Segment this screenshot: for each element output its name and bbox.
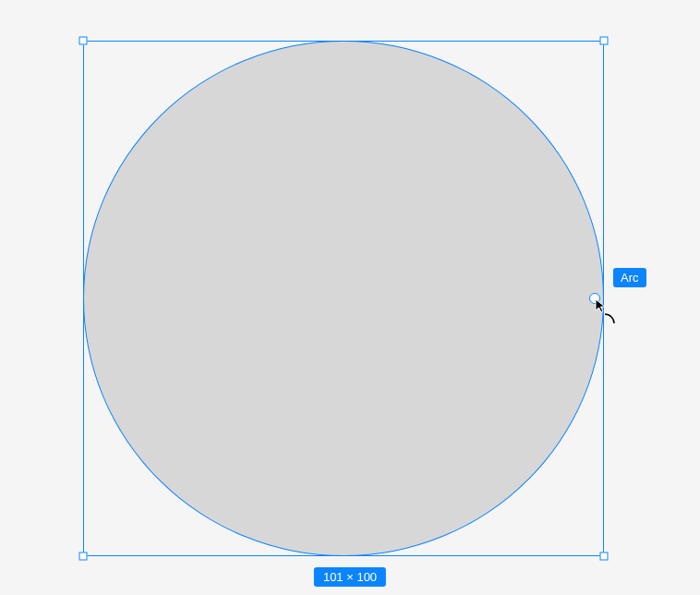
- arc-tooltip: Arc: [613, 268, 646, 287]
- resize-handle-bottom-right[interactable]: [600, 552, 609, 561]
- selection-bounding-box[interactable]: [83, 41, 604, 556]
- cursor-arc-badge-icon: [603, 312, 616, 325]
- dimensions-label: 101 × 100: [314, 567, 386, 587]
- resize-handle-bottom-left[interactable]: [79, 552, 88, 561]
- resize-handle-top-right[interactable]: [600, 37, 609, 45]
- resize-handle-top-left[interactable]: [79, 37, 88, 45]
- arc-handle[interactable]: [589, 293, 600, 304]
